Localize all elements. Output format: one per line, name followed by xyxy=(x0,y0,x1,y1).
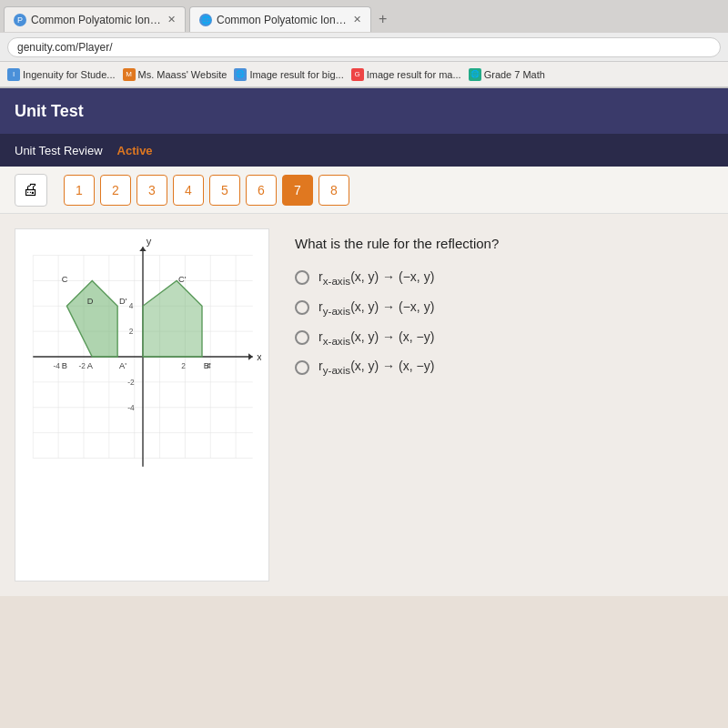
nav-num-1[interactable]: 1 xyxy=(64,175,95,206)
tab-2[interactable]: 🌐 Common Polyatomic Ions.pdf ✕ xyxy=(189,6,371,32)
print-button[interactable]: 🖨 xyxy=(15,174,47,207)
option-4-text: ry-axis(x, y) → (x, −y) xyxy=(318,359,434,376)
bookmark-maass-icon: M xyxy=(123,68,136,81)
bookmark-google[interactable]: G Image result for ma... xyxy=(351,68,461,81)
svg-marker-21 xyxy=(139,247,146,251)
svg-marker-20 xyxy=(248,353,253,359)
svg-marker-32 xyxy=(66,280,117,357)
nav-num-4[interactable]: 4 xyxy=(173,175,204,206)
reflection-graph: x y -4 -2 2 4 4 2 -2 -4 C D D' xyxy=(25,238,261,475)
svg-text:x: x xyxy=(257,351,261,362)
svg-text:-4: -4 xyxy=(54,361,61,370)
unit-test-review-link[interactable]: Unit Test Review xyxy=(15,144,103,157)
svg-text:A': A' xyxy=(119,361,126,370)
svg-text:2: 2 xyxy=(181,361,186,370)
option-2-radio[interactable] xyxy=(295,300,309,315)
svg-text:-2: -2 xyxy=(78,361,86,370)
nav-num-5[interactable]: 5 xyxy=(209,175,240,206)
app-header-title: Unit Test xyxy=(15,102,84,121)
option-1-text: rx-axis(x, y) → (−x, y) xyxy=(318,269,434,287)
bookmarks-bar: I Ingenuity for Stude... M Ms. Maass' We… xyxy=(0,62,728,87)
address-bar xyxy=(0,33,728,62)
nav-num-7[interactable]: 7 xyxy=(282,175,313,206)
question-area: What is the rule for the reflection? rx-… xyxy=(288,228,713,581)
question-text: What is the rule for the reflection? xyxy=(295,236,706,251)
bookmark-grade7-icon: 🌐 xyxy=(469,68,481,81)
printer-icon: 🖨 xyxy=(23,180,39,199)
svg-marker-39 xyxy=(143,280,202,357)
svg-text:D: D xyxy=(87,297,94,306)
svg-text:-4: -4 xyxy=(127,403,135,412)
active-status-badge: Active xyxy=(117,144,153,157)
bookmark-image1-label: Image result for big... xyxy=(249,69,343,80)
nav-num-8[interactable]: 8 xyxy=(318,175,349,206)
question-number-nav: 1 2 3 4 5 6 7 8 xyxy=(64,175,349,206)
tab-2-close[interactable]: ✕ xyxy=(353,14,361,25)
bookmark-ingenuity-label: Ingenuity for Stude... xyxy=(23,69,116,80)
graph-container: x y -4 -2 2 4 4 2 -2 -4 C D D' xyxy=(15,228,269,581)
question-nav: 🖨 1 2 3 4 5 6 7 8 xyxy=(0,167,728,214)
option-2-text: ry-axis(x, y) → (−x, y) xyxy=(318,299,434,317)
svg-text:2: 2 xyxy=(129,327,134,336)
bookmark-ingenuity-icon: I xyxy=(7,68,20,81)
option-3[interactable]: rx-axis(x, y) → (x, −y) xyxy=(295,329,706,347)
bookmark-image1-icon: 🌐 xyxy=(234,68,247,81)
bookmark-google-icon: G xyxy=(351,68,364,81)
svg-text:4: 4 xyxy=(129,301,134,310)
nav-num-6[interactable]: 6 xyxy=(246,175,277,206)
svg-text:y: y xyxy=(147,238,152,247)
svg-text:D': D' xyxy=(119,297,127,306)
options-list: rx-axis(x, y) → (−x, y) ry-axis(x, y) → … xyxy=(295,269,706,376)
option-1[interactable]: rx-axis(x, y) → (−x, y) xyxy=(295,269,706,287)
app-header: Unit Test xyxy=(0,88,728,134)
svg-text:C': C' xyxy=(178,275,187,284)
tab-1-close[interactable]: ✕ xyxy=(167,14,176,25)
svg-text:C: C xyxy=(62,275,68,284)
new-tab-button[interactable]: + xyxy=(371,7,394,31)
tab-2-title: Common Polyatomic Ions.pdf xyxy=(217,14,348,26)
nav-num-2[interactable]: 2 xyxy=(100,175,131,206)
option-2[interactable]: ry-axis(x, y) → (−x, y) xyxy=(295,299,706,317)
bookmark-image1[interactable]: 🌐 Image result for big... xyxy=(234,68,343,81)
option-1-radio[interactable] xyxy=(295,270,309,285)
bookmark-ingenuity[interactable]: I Ingenuity for Stude... xyxy=(7,68,116,81)
nav-num-3[interactable]: 3 xyxy=(136,175,167,206)
tab-bar: P Common Polyatomic Ions.pdf ✕ 🌐 Common … xyxy=(0,0,728,33)
sub-header: Unit Test Review Active xyxy=(0,134,728,167)
bookmark-maass[interactable]: M Ms. Maass' Website xyxy=(123,68,228,81)
address-input[interactable] xyxy=(7,37,721,57)
option-3-text: rx-axis(x, y) → (x, −y) xyxy=(318,329,434,347)
tab-2-icon: 🌐 xyxy=(199,14,212,26)
bookmark-google-label: Image result for ma... xyxy=(367,69,461,80)
svg-text:A: A xyxy=(87,361,94,370)
bottom-area xyxy=(0,596,728,728)
tab-1-icon: P xyxy=(14,14,26,26)
tab-1-title: Common Polyatomic Ions.pdf xyxy=(31,14,162,26)
bookmark-grade7[interactable]: 🌐 Grade 7 Math xyxy=(469,68,545,81)
svg-text:B: B xyxy=(62,361,67,370)
bookmark-grade7-label: Grade 7 Math xyxy=(484,69,545,80)
option-4[interactable]: ry-axis(x, y) → (x, −y) xyxy=(295,359,706,376)
tab-1[interactable]: P Common Polyatomic Ions.pdf ✕ xyxy=(4,6,186,32)
svg-text:B': B' xyxy=(204,361,211,370)
main-content: x y -4 -2 2 4 4 2 -2 -4 C D D' xyxy=(0,214,728,596)
browser-chrome: P Common Polyatomic Ions.pdf ✕ 🌐 Common … xyxy=(0,0,728,88)
bookmark-maass-label: Ms. Maass' Website xyxy=(138,69,228,80)
option-3-radio[interactable] xyxy=(295,330,309,345)
option-4-radio[interactable] xyxy=(295,360,309,375)
svg-text:-2: -2 xyxy=(127,378,135,387)
